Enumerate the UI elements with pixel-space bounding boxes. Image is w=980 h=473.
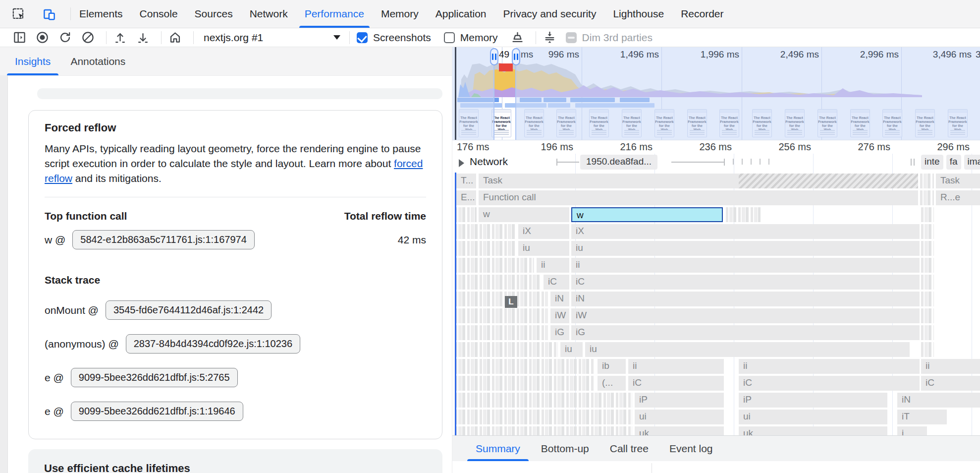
network-request-chip[interactable]: image <box>964 155 980 170</box>
selection-handle-right[interactable] <box>512 48 520 65</box>
flame-event[interactable]: ii <box>628 359 724 374</box>
download-profile-icon[interactable] <box>136 31 150 44</box>
flame-event[interactable]: T... <box>456 174 476 188</box>
filmstrip-screenshot[interactable]: The React Framework for the Web <box>785 109 805 137</box>
flame-event[interactable]: uk <box>635 426 724 435</box>
flame-event[interactable]: ib <box>598 359 626 374</box>
tab-sources[interactable]: Sources <box>186 0 241 28</box>
details-tab-call-tree[interactable]: Call tree <box>599 436 659 461</box>
network-request-chip[interactable]: inte <box>921 155 943 170</box>
filmstrip-screenshot[interactable]: The React Framework for the Web <box>687 109 707 137</box>
flame-event-selected[interactable]: w <box>571 207 723 222</box>
flame-event[interactable]: ii <box>571 258 920 273</box>
sidebar-tab-insights[interactable]: Insights <box>5 47 60 75</box>
flame-event[interactable]: ii <box>921 359 980 374</box>
previous-insight-card-peek[interactable] <box>37 88 442 99</box>
flame-event[interactable]: iP <box>739 393 887 408</box>
network-request-chip[interactable]: 1950.dea8fad... <box>580 155 657 170</box>
tab-privacy-and-security[interactable]: Privacy and security <box>494 0 604 28</box>
filmstrip-screenshot[interactable]: The React Framework for the Web <box>459 109 479 137</box>
flame-event[interactable]: ii <box>537 258 569 273</box>
filmstrip-screenshot[interactable]: The React Framework for the Web <box>719 109 739 137</box>
memory-label[interactable]: Memory <box>460 32 498 44</box>
collect-garbage-icon[interactable] <box>511 31 524 44</box>
flame-event[interactable]: Function call <box>479 190 918 205</box>
tab-elements[interactable]: Elements <box>71 0 131 28</box>
tab-lighthouse[interactable]: Lighthouse <box>604 0 672 28</box>
main-thread-flamechart[interactable]: T...TaskTaskE...Function callR...ewwiXiX… <box>452 173 980 435</box>
filmstrip-screenshot[interactable]: The React Framework for the Web <box>524 109 544 137</box>
flame-event[interactable]: iG <box>571 325 920 340</box>
source-location-link[interactable]: 9099-5bee326dd621dfbf.js:1:19646 <box>71 402 243 421</box>
flame-event[interactable]: iu <box>571 241 920 256</box>
filmstrip-screenshot[interactable]: The React Framework for the Web <box>491 109 511 137</box>
source-location-link[interactable]: 5842-e12b863a5c711761.js:1:167974 <box>72 230 255 249</box>
flame-event[interactable]: w <box>479 207 569 222</box>
details-tab-event-log[interactable]: Event log <box>659 436 723 461</box>
cache-lifetimes-card[interactable]: Use efficient cache lifetimes <box>28 449 442 473</box>
network-request-chip[interactable]: fa <box>946 155 961 170</box>
flame-event[interactable]: iX <box>571 224 920 239</box>
filmstrip-screenshot[interactable]: The React Framework for the Web <box>882 109 902 137</box>
details-tab-bottom-up[interactable]: Bottom-up <box>531 436 599 461</box>
tab-performance[interactable]: Performance <box>296 0 373 28</box>
flame-event[interactable]: R...e <box>936 190 980 205</box>
source-location-link[interactable]: 9099-5bee326dd621dfbf.js:5:2765 <box>71 368 238 387</box>
panel-left-icon[interactable] <box>13 31 26 44</box>
flame-event[interactable]: ui <box>739 410 887 424</box>
source-location-link[interactable]: 2837-84b4d4394cd0f92e.js:1:10236 <box>126 334 300 354</box>
flame-event[interactable]: (... <box>598 376 626 391</box>
tab-application[interactable]: Application <box>427 0 495 28</box>
network-track-label[interactable]: Network <box>470 156 508 168</box>
flame-event[interactable]: iu <box>518 241 569 256</box>
flame-event[interactable]: iW <box>550 308 569 323</box>
compress-icon[interactable] <box>543 31 556 44</box>
flame-event[interactable]: iW <box>571 308 920 323</box>
filmstrip-screenshot[interactable]: The React Framework for the Web <box>654 109 674 137</box>
flame-event[interactable]: iC <box>628 376 724 391</box>
flame-event[interactable]: iC <box>739 376 920 391</box>
flame-event[interactable]: E... <box>456 190 476 205</box>
flame-event[interactable]: iT <box>897 410 947 424</box>
flame-event[interactable]: i <box>897 426 927 435</box>
filmstrip-screenshot[interactable]: The React Framework for the Web <box>850 109 870 137</box>
flame-event[interactable]: iN <box>550 292 569 306</box>
tab-console[interactable]: Console <box>131 0 186 28</box>
flame-event[interactable]: uk <box>739 426 887 435</box>
flame-event[interactable]: iu <box>585 342 910 357</box>
reload-icon[interactable] <box>58 31 72 44</box>
filmstrip-screenshot[interactable]: The React Framework for the Web <box>752 109 772 137</box>
source-location-link[interactable]: 3545-fd6e7644112d46af.js:1:2442 <box>106 300 272 320</box>
history-dropdown[interactable]: nextjs.org #1 <box>201 32 347 44</box>
memory-checkbox[interactable] <box>444 32 455 43</box>
filmstrip-screenshot[interactable]: The React Framework for the Web <box>556 109 576 137</box>
home-icon[interactable] <box>168 31 182 44</box>
tab-memory[interactable]: Memory <box>373 0 427 28</box>
lcp-marker-badge[interactable]: L <box>505 296 517 308</box>
device-toolbar-icon[interactable] <box>43 7 56 21</box>
flame-event[interactable]: iN <box>571 292 920 306</box>
flame-event[interactable]: iu <box>560 342 583 357</box>
flame-event[interactable]: ii <box>739 359 920 374</box>
filmstrip-screenshot[interactable]: The React Framework for the Web <box>915 109 935 137</box>
selection-handle-left[interactable] <box>490 48 498 65</box>
flame-event[interactable]: iC <box>544 275 569 290</box>
flame-event[interactable]: iC <box>921 376 980 391</box>
filmstrip-screenshot[interactable]: The React Framework for the Web <box>622 109 642 137</box>
filmstrip-screenshot[interactable]: The React Framework for the Web <box>589 109 609 137</box>
flame-event[interactable]: Task <box>479 174 918 188</box>
details-tab-summary[interactable]: Summary <box>465 436 531 461</box>
record-icon[interactable] <box>36 31 49 44</box>
flame-event[interactable]: Task <box>936 174 980 188</box>
filmstrip-screenshot[interactable]: The React Framework for the Web <box>948 109 968 137</box>
inspect-icon[interactable] <box>12 7 25 21</box>
flame-event[interactable]: ui <box>635 410 724 424</box>
flame-event[interactable]: iG <box>550 325 569 340</box>
screenshots-label[interactable]: Screenshots <box>373 32 431 44</box>
sidebar-tab-annotations[interactable]: Annotations <box>60 47 135 75</box>
filmstrip-screenshot[interactable]: The React Framework for the Web <box>817 109 837 137</box>
flame-event[interactable]: iN <box>897 393 980 408</box>
timeline-overview-minimap[interactable]: 49 ms 996 ms1,496 ms1,996 ms2,496 ms2,99… <box>452 47 980 140</box>
screenshots-checkbox[interactable] <box>357 32 368 43</box>
sidebar-scroll-gutter[interactable] <box>0 76 8 473</box>
